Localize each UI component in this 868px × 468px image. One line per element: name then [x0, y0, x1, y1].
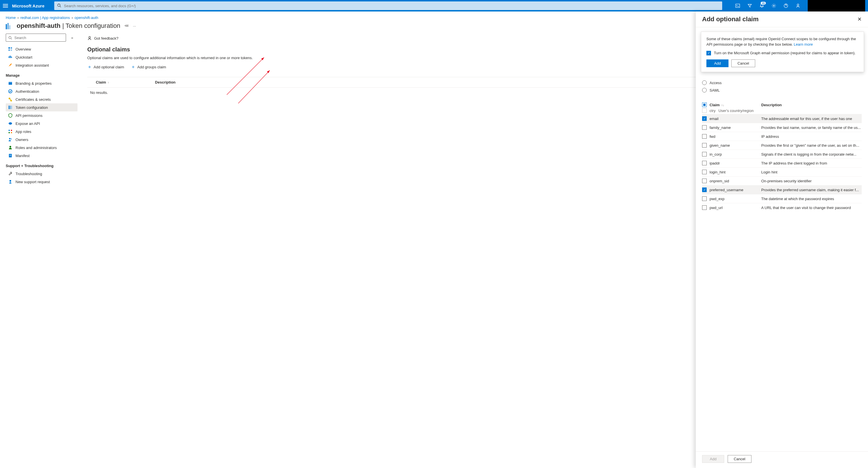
claim-row[interactable]: onprem_sidOn-premises security identifie… — [702, 176, 862, 185]
claim-row[interactable]: ✓emailThe addressable email for this use… — [702, 114, 862, 123]
claim-row[interactable]: pwd_expThe datetime at which the passwor… — [702, 194, 862, 203]
pin-icon[interactable] — [124, 23, 129, 29]
nav-troubleshooting[interactable]: Troubleshooting — [6, 170, 78, 178]
global-search-input[interactable] — [54, 1, 722, 10]
brand[interactable]: Microsoft Azure — [12, 3, 44, 8]
callout-add-button[interactable]: Add — [706, 59, 728, 67]
claim-name: email — [710, 117, 758, 121]
claim-row[interactable]: in_corpSignals if the client is logging … — [702, 150, 862, 158]
nav-owners[interactable]: Owners — [6, 135, 78, 144]
claim-checkbox[interactable] — [702, 170, 707, 174]
claim-desc: User's country/region — [718, 108, 753, 113]
claim-checkbox[interactable] — [702, 205, 707, 210]
claim-checkbox[interactable] — [702, 134, 707, 139]
claim-checkbox[interactable]: ✓ — [702, 116, 707, 121]
footer-add-button[interactable]: Add — [702, 455, 724, 463]
svg-rect-22 — [9, 132, 10, 133]
graph-permission-checkbox[interactable]: ✓ — [706, 51, 711, 55]
claim-row[interactable]: fwdIP address — [702, 132, 862, 141]
footer-cancel-button[interactable]: Cancel — [727, 455, 751, 463]
nav-section-support: Support + Troubleshooting — [6, 160, 78, 170]
nav-branding[interactable]: Branding & properties — [6, 79, 78, 87]
svg-point-24 — [9, 138, 11, 139]
svg-rect-21 — [11, 130, 12, 131]
svg-point-31 — [89, 36, 90, 38]
nav-roles-admins[interactable]: Roles and administrators — [6, 144, 78, 152]
notifications-icon[interactable]: 15 — [756, 0, 768, 11]
learn-more-link[interactable]: Learn more — [794, 42, 813, 46]
more-icon[interactable]: ··· — [133, 24, 136, 28]
claim-checkbox[interactable] — [702, 179, 707, 183]
nav-token-configuration[interactable]: Token configuration — [6, 103, 78, 112]
feedback-icon[interactable] — [792, 0, 804, 11]
sidebar-search[interactable] — [6, 34, 66, 42]
roles-icon — [8, 129, 12, 134]
support-icon — [8, 180, 12, 184]
svg-rect-9 — [11, 48, 12, 49]
col-claim[interactable]: Claim ↑ — [96, 80, 109, 85]
nav-authentication[interactable]: Authentication — [6, 87, 78, 95]
cloud-shell-icon[interactable] — [732, 0, 743, 11]
nav-integration[interactable]: Integration assistant — [6, 61, 78, 69]
col-description[interactable]: Description — [155, 80, 176, 85]
claim-row[interactable]: given_nameProvides the first or "given" … — [702, 141, 862, 150]
col-description[interactable]: Description — [761, 103, 782, 107]
crumb-current[interactable]: openshift-auth — [74, 15, 98, 20]
claim-checkbox[interactable] — [702, 152, 707, 156]
plus-icon: ＋ — [87, 64, 92, 70]
token-type-saml[interactable]: SAML — [702, 86, 862, 94]
claim-checkbox[interactable] — [702, 125, 707, 130]
close-icon[interactable]: ✕ — [857, 16, 862, 22]
auth-icon — [8, 89, 12, 94]
claim-row[interactable]: ✓preferred_usernameProvides the preferre… — [702, 185, 862, 194]
claim-row[interactable]: pwd_urlA URL that the user can visit to … — [702, 203, 862, 212]
got-feedback-button[interactable]: Got feedback? — [87, 36, 119, 40]
nav-manifest[interactable]: Manifest — [6, 152, 78, 160]
svg-point-26 — [9, 146, 11, 148]
claim-name: given_name — [710, 143, 758, 148]
callout-cancel-button[interactable]: Cancel — [732, 59, 755, 67]
col-claim[interactable]: Claim ↑↓ — [710, 103, 758, 107]
crumb-app-registrations[interactable]: redhat.com | App registrations — [20, 15, 70, 20]
claim-checkbox[interactable] — [702, 161, 707, 165]
menu-icon[interactable] — [3, 4, 8, 7]
nav-quickstart[interactable]: Quickstart — [6, 53, 78, 61]
claim-row[interactable]: ctryUser's country/region — [702, 108, 862, 114]
sidebar-search-input[interactable] — [14, 35, 63, 40]
crumb-home[interactable]: Home — [6, 15, 16, 20]
collapse-icon[interactable]: « — [71, 36, 73, 40]
claim-checkbox[interactable]: ✓ — [702, 187, 707, 192]
claim-name: preferred_username — [710, 188, 758, 192]
page-title: openshift-auth | Token configuration — [17, 22, 120, 30]
settings-icon[interactable] — [768, 0, 780, 11]
add-optional-claim-button[interactable]: ＋Add optional claim — [87, 64, 124, 70]
select-all-checkbox[interactable] — [702, 102, 707, 107]
add-groups-claim-button[interactable]: ＋Add groups claim — [131, 64, 166, 70]
nav-api-permissions[interactable]: API permissions — [6, 112, 78, 119]
claim-row[interactable]: login_hintLogin hint — [702, 167, 862, 176]
svg-rect-10 — [9, 50, 10, 51]
svg-rect-16 — [9, 106, 9, 109]
nav-new-support-request[interactable]: New support request — [6, 178, 78, 186]
claim-checkbox[interactable] — [702, 196, 707, 201]
nav-app-roles[interactable]: App roles — [6, 127, 78, 135]
filter-icon[interactable] — [744, 0, 755, 11]
claim-row[interactable]: family_nameProvides the last name, surna… — [702, 123, 862, 132]
user-account[interactable] — [808, 0, 865, 11]
claim-row[interactable]: ipaddrThe IP address the client logged i… — [702, 158, 862, 167]
nav-expose-api[interactable]: Expose an API — [6, 119, 78, 127]
help-icon[interactable] — [780, 0, 792, 11]
svg-point-5 — [797, 4, 799, 6]
sort-icon: ↑↓ — [721, 104, 724, 107]
grid-icon — [8, 47, 12, 52]
svg-point-3 — [773, 5, 774, 6]
svg-rect-2 — [736, 4, 740, 7]
nav-overview[interactable]: Overview — [6, 45, 78, 53]
claim-name: ctry — [710, 108, 716, 113]
claim-checkbox[interactable] — [702, 108, 707, 113]
svg-rect-23 — [11, 132, 12, 133]
nav-certificates[interactable]: Certificates & secrets — [6, 95, 78, 103]
svg-line-1 — [60, 6, 61, 7]
token-type-access[interactable]: Access — [702, 79, 862, 86]
claim-checkbox[interactable] — [702, 143, 707, 148]
